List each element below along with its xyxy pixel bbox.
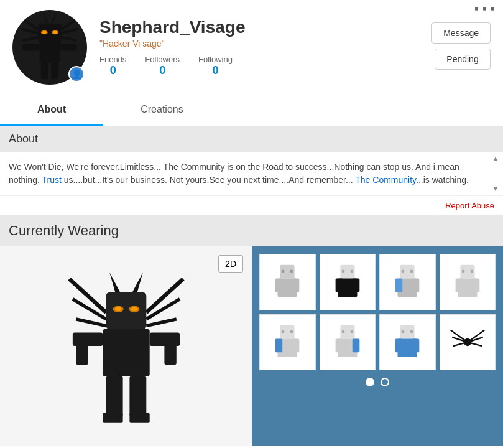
item-3-svg bbox=[388, 263, 427, 301]
svg-rect-33 bbox=[149, 332, 179, 346]
toggle-2d-button[interactable]: 2D bbox=[218, 255, 243, 273]
item-5-svg bbox=[268, 323, 307, 362]
svg-point-30 bbox=[131, 307, 137, 311]
svg-rect-55 bbox=[412, 279, 420, 292]
svg-point-45 bbox=[290, 270, 293, 273]
svg-marker-16 bbox=[43, 13, 48, 23]
profile-header: 👤 Shephard_Visage "Hacker Vi sage" Frien… bbox=[0, 0, 503, 95]
svg-point-44 bbox=[282, 270, 285, 273]
about-text-2: us....but...It's our business. Not yours… bbox=[62, 175, 355, 185]
svg-point-50 bbox=[341, 270, 344, 273]
svg-point-29 bbox=[114, 307, 121, 311]
svg-rect-49 bbox=[352, 279, 359, 292]
followers-label: Followers bbox=[145, 55, 180, 64]
item-cell-1[interactable] bbox=[259, 254, 316, 310]
svg-point-80 bbox=[402, 330, 405, 333]
item-cell-5[interactable] bbox=[259, 314, 316, 371]
item-cell-4[interactable] bbox=[440, 254, 496, 310]
item-2-svg bbox=[328, 263, 367, 301]
svg-point-56 bbox=[402, 270, 405, 273]
items-panel bbox=[252, 246, 503, 446]
friends-stat: Friends 0 bbox=[99, 55, 126, 77]
item-7-svg bbox=[388, 323, 427, 362]
pagination-dot-2[interactable] bbox=[381, 378, 389, 386]
avatar-container: 👤 bbox=[12, 10, 87, 85]
friends-label: Friends bbox=[99, 55, 126, 64]
scroll-down-btn[interactable]: ▼ bbox=[491, 182, 501, 195]
svg-line-8 bbox=[22, 37, 39, 40]
scroll-indicators: ▲ ▼ bbox=[491, 152, 501, 195]
svg-point-51 bbox=[350, 270, 353, 273]
about-text-area: We Won't Die, We're forever.Limitless...… bbox=[9, 161, 494, 187]
svg-line-23 bbox=[146, 319, 176, 326]
friends-value: 0 bbox=[110, 64, 116, 77]
item-cell-3[interactable] bbox=[379, 254, 436, 310]
tagline: "Hacker Vi sage" bbox=[99, 39, 431, 49]
following-value: 0 bbox=[212, 64, 218, 77]
svg-point-62 bbox=[461, 270, 464, 273]
trust-link[interactable]: Trust bbox=[42, 175, 61, 185]
svg-rect-72 bbox=[335, 338, 343, 352]
dots-menu[interactable]: ■ ■ ■ bbox=[474, 5, 496, 12]
svg-rect-67 bbox=[292, 338, 300, 352]
svg-point-68 bbox=[282, 330, 285, 333]
community-link[interactable]: The Community bbox=[355, 175, 416, 185]
svg-rect-48 bbox=[335, 279, 343, 292]
svg-rect-39 bbox=[129, 413, 149, 423]
svg-point-81 bbox=[410, 330, 413, 333]
svg-rect-14 bbox=[41, 62, 48, 79]
pagination-dot-1[interactable] bbox=[366, 378, 374, 386]
person-icon: 👤 bbox=[72, 69, 82, 79]
svg-point-4 bbox=[42, 31, 47, 34]
item-cell-7[interactable] bbox=[379, 314, 436, 371]
svg-point-57 bbox=[410, 270, 413, 273]
svg-point-5 bbox=[53, 31, 57, 34]
message-button[interactable]: Message bbox=[431, 22, 491, 44]
item-8-svg bbox=[448, 323, 487, 362]
svg-rect-43 bbox=[292, 279, 300, 292]
tab-creations[interactable]: Creations bbox=[103, 95, 220, 126]
about-text-3: ...is watching. bbox=[416, 175, 469, 185]
svg-rect-26 bbox=[106, 292, 146, 329]
svg-rect-0 bbox=[40, 40, 60, 62]
wearing-content: 2D bbox=[0, 246, 503, 446]
badge-icon: 👤 bbox=[68, 66, 85, 82]
item-cell-8[interactable] bbox=[440, 314, 496, 371]
svg-rect-60 bbox=[455, 279, 463, 292]
about-section-header: About bbox=[0, 126, 503, 152]
followers-stat: Followers 0 bbox=[145, 55, 180, 77]
svg-rect-54 bbox=[395, 279, 403, 292]
currently-wearing-header: Currently Wearing bbox=[0, 215, 503, 246]
svg-rect-32 bbox=[72, 332, 102, 346]
item-1-svg bbox=[268, 263, 307, 301]
svg-point-88 bbox=[464, 338, 471, 346]
svg-point-75 bbox=[350, 330, 353, 333]
header-actions: Message Pending bbox=[431, 10, 491, 70]
svg-point-63 bbox=[470, 270, 473, 273]
svg-rect-73 bbox=[352, 338, 359, 352]
character-img-area bbox=[52, 259, 201, 433]
tabs-bar: About Creations bbox=[0, 95, 503, 126]
svg-rect-15 bbox=[51, 62, 58, 79]
svg-line-11 bbox=[60, 37, 76, 40]
following-label: Following bbox=[198, 55, 233, 64]
tab-about[interactable]: About bbox=[0, 95, 103, 126]
item-cell-6[interactable] bbox=[320, 314, 376, 371]
svg-point-69 bbox=[290, 330, 293, 333]
svg-rect-38 bbox=[103, 413, 122, 423]
svg-rect-34 bbox=[76, 345, 88, 365]
character-preview: 2D bbox=[0, 246, 252, 446]
report-abuse-link[interactable]: Report Abuse bbox=[445, 201, 494, 210]
stats-row: Friends 0 Followers 0 Following 0 bbox=[99, 55, 431, 77]
svg-rect-42 bbox=[275, 279, 283, 292]
svg-rect-31 bbox=[103, 329, 149, 376]
svg-line-20 bbox=[76, 319, 106, 326]
scroll-up-btn[interactable]: ▲ bbox=[491, 152, 501, 166]
item-4-svg bbox=[448, 263, 487, 301]
profile-info: Shephard_Visage "Hacker Vi sage" Friends… bbox=[99, 17, 431, 77]
pending-button[interactable]: Pending bbox=[435, 49, 491, 70]
svg-marker-17 bbox=[51, 13, 57, 23]
svg-rect-61 bbox=[472, 279, 479, 292]
item-cell-2[interactable] bbox=[320, 254, 376, 310]
svg-rect-37 bbox=[129, 376, 146, 416]
